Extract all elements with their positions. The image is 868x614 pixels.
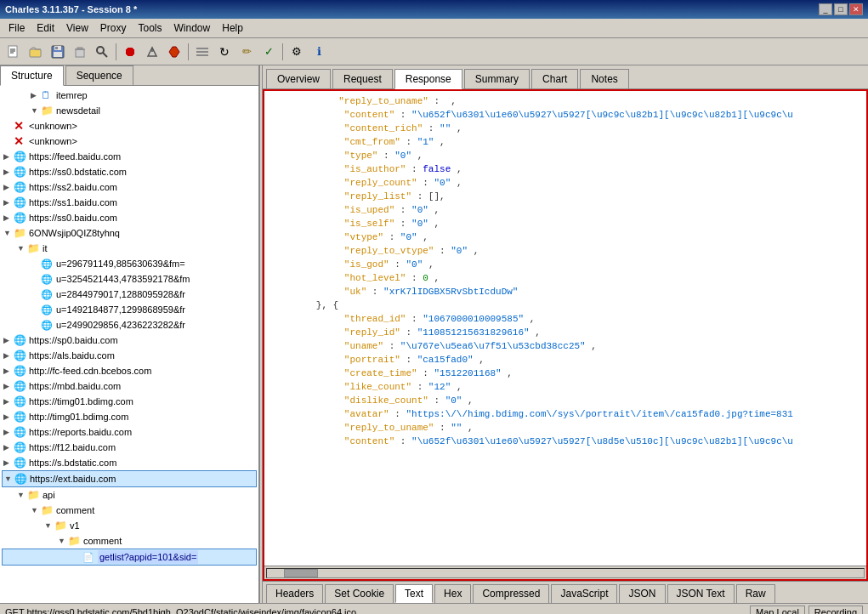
tree-item-ss0-bdstatic[interactable]: ▶ 🌐 https://ss0.bdstatic.com	[2, 164, 257, 179]
tab-text[interactable]: Text	[395, 584, 433, 603]
edit-pencil-button[interactable]: ✏	[236, 42, 257, 62]
tree-item-u1[interactable]: 🌐 u=296791149,885630639&fm=	[2, 256, 257, 271]
throttle-button[interactable]	[142, 42, 162, 62]
tree-item-timg01-bdimg-http[interactable]: ▶ 🌐 http://timg01.bdimg.com	[2, 409, 257, 424]
horizontal-scrollbar[interactable]	[264, 566, 866, 579]
toggle[interactable]: ▼	[44, 519, 54, 532]
tab-javascript[interactable]: JavaScript	[551, 584, 617, 603]
settings-button[interactable]: ⚙	[286, 42, 307, 62]
code-display[interactable]: "reply_to_uname" : , "content" : "\u652f…	[264, 91, 866, 566]
toggle[interactable]: ▶	[3, 196, 14, 209]
tab-sequence[interactable]: Sequence	[65, 65, 133, 85]
tree-item-comment2[interactable]: ▼ 📁 comment	[2, 533, 257, 549]
tab-hex[interactable]: Hex	[434, 584, 471, 603]
tree-item-ss2-baidu[interactable]: ▶ 🌐 https://ss2.baidu.com	[2, 179, 257, 195]
record-button[interactable]: ⏺	[120, 42, 140, 62]
check-button[interactable]: ✓	[258, 42, 279, 62]
toggle[interactable]: ▶	[3, 211, 14, 225]
tree-item-fc-feed[interactable]: ▶ 🌐 http://fc-feed.cdn.bcebos.com	[2, 363, 257, 378]
tree-item-getlist[interactable]: 📄 getlist?appid=101&sid=	[2, 549, 257, 566]
menu-proxy[interactable]: Proxy	[95, 20, 132, 36]
tree-item-unknown2[interactable]: ✕ <unknown>	[2, 134, 257, 149]
tab-headers[interactable]: Headers	[266, 584, 323, 603]
toggle[interactable]: ▶	[31, 88, 41, 102]
tree-item-mbd-baidu[interactable]: ▶ 🌐 https://mbd.baidu.com	[2, 378, 257, 394]
toggle[interactable]: ▶	[3, 150, 14, 163]
tree-item-timg01-bdimg[interactable]: ▶ 🌐 https://timg01.bdimg.com	[2, 394, 257, 409]
tree-item-ss0-baidu[interactable]: ▶ 🌐 https://ss0.baidu.com	[2, 210, 257, 225]
toggle[interactable]: ▼	[17, 488, 27, 502]
tree-container[interactable]: ▶ 🗒 itemrep ▼ 📁 newsdetail ✕ <unknown>	[0, 86, 258, 603]
toggle[interactable]: ▶	[3, 180, 14, 194]
tab-set-cookie[interactable]: Set Cookie	[325, 584, 394, 603]
tree-item-6onwsjip[interactable]: ▼ 📁 6ONWsjip0QIZ8tyhnq	[2, 225, 257, 241]
tree-item-api[interactable]: ▼ 📁 api	[2, 487, 257, 503]
toggle[interactable]: ▶	[3, 456, 14, 469]
tree-item-sp0-baidu[interactable]: ▶ 🌐 https://sp0.baidu.com	[2, 333, 257, 348]
open-button[interactable]	[26, 42, 46, 62]
save-button[interactable]	[48, 42, 68, 62]
toggle[interactable]: ▶	[3, 165, 14, 179]
tree-item-v1[interactable]: ▼ 📁 v1	[2, 518, 257, 533]
toggle[interactable]: ▼	[17, 242, 27, 255]
map-local-button[interactable]: Map Local	[750, 605, 805, 615]
tab-response[interactable]: Response	[394, 69, 462, 89]
tab-notes[interactable]: Notes	[580, 69, 628, 88]
tree-item-u5[interactable]: 🌐 u=2499029856,4236223282&fr	[2, 317, 257, 333]
toggle[interactable]: ▶	[3, 441, 14, 454]
tab-summary[interactable]: Summary	[464, 69, 530, 88]
stop-button[interactable]	[164, 42, 184, 62]
new-session-button[interactable]	[3, 42, 24, 62]
minimize-button[interactable]: _	[819, 3, 832, 15]
delete-button[interactable]	[70, 42, 90, 62]
toggle[interactable]: ▶	[3, 379, 14, 393]
tree-item-it[interactable]: ▼ 📁 it	[2, 241, 257, 256]
menu-edit[interactable]: Edit	[31, 20, 60, 36]
toggle[interactable]: ▼	[4, 472, 14, 486]
toggle[interactable]: ▼	[3, 226, 14, 240]
tree-item-unknown1[interactable]: ✕ <unknown>	[2, 118, 257, 134]
tab-request[interactable]: Request	[332, 69, 393, 88]
toggle[interactable]: ▶	[3, 333, 14, 347]
tree-item-u3[interactable]: 🌐 u=2844979017,1288095928&fr	[2, 287, 257, 302]
toggle[interactable]: ▶	[3, 364, 14, 378]
menu-view[interactable]: View	[61, 20, 94, 36]
toggle[interactable]: ▶	[3, 395, 14, 408]
tab-structure[interactable]: Structure	[0, 65, 64, 86]
find-button[interactable]	[92, 42, 112, 62]
menu-help[interactable]: Help	[217, 20, 248, 36]
toggle[interactable]: ▶	[3, 425, 14, 439]
tree-item-s-bdstatic[interactable]: ▶ 🌐 https://s.bdstatic.com	[2, 455, 257, 470]
menu-file[interactable]: File	[3, 20, 30, 36]
tree-item-u2[interactable]: 🌐 u=3254521443,4783592178&fm	[2, 271, 257, 287]
tree-item-ext-baidu[interactable]: ▼ 🌐 https://ext.baidu.com	[2, 470, 257, 487]
tab-json-text[interactable]: JSON Text	[667, 584, 735, 603]
maximize-button[interactable]: □	[834, 3, 848, 15]
tree-item-itemrep[interactable]: ▶ 🗒 itemrep	[2, 88, 257, 103]
tree-item-reports-baidu[interactable]: ▶ 🌐 https://reports.baidu.com	[2, 424, 257, 440]
refresh-button[interactable]: ↻	[214, 42, 235, 62]
toggle[interactable]: ▼	[31, 104, 41, 117]
tree-item-newsdetail[interactable]: ▼ 📁 newsdetail	[2, 103, 257, 118]
tab-json[interactable]: JSON	[619, 584, 665, 603]
toggle[interactable]: ▼	[58, 534, 68, 548]
tree-item-ss1-baidu[interactable]: ▶ 🌐 https://ss1.baidu.com	[2, 195, 257, 210]
tab-compressed[interactable]: Compressed	[473, 584, 549, 603]
tree-item-als-baidu[interactable]: ▶ 🌐 https://als.baidu.com	[2, 348, 257, 363]
tab-raw[interactable]: Raw	[736, 584, 775, 603]
tree-item-feed-baidu[interactable]: ▶ 🌐 https://feed.baidu.com	[2, 149, 257, 164]
recording-button[interactable]: Recording	[808, 605, 863, 615]
tab-chart[interactable]: Chart	[531, 69, 578, 88]
tools-button[interactable]	[192, 42, 213, 62]
tree-item-u4[interactable]: 🌐 u=1492184877,1299868959&fr	[2, 302, 257, 317]
tab-overview[interactable]: Overview	[266, 69, 331, 88]
info-button[interactable]: ℹ	[309, 42, 329, 62]
toggle[interactable]: ▶	[3, 410, 14, 424]
tree-item-f12-baidu[interactable]: ▶ 🌐 https://f12.baidu.com	[2, 440, 257, 455]
toggle[interactable]: ▼	[31, 503, 41, 517]
menu-tools[interactable]: Tools	[133, 20, 167, 36]
menu-window[interactable]: Window	[169, 20, 216, 36]
toggle[interactable]: ▶	[3, 349, 14, 362]
close-button[interactable]: ✕	[849, 3, 863, 15]
tree-item-comment[interactable]: ▼ 📁 comment	[2, 503, 257, 518]
